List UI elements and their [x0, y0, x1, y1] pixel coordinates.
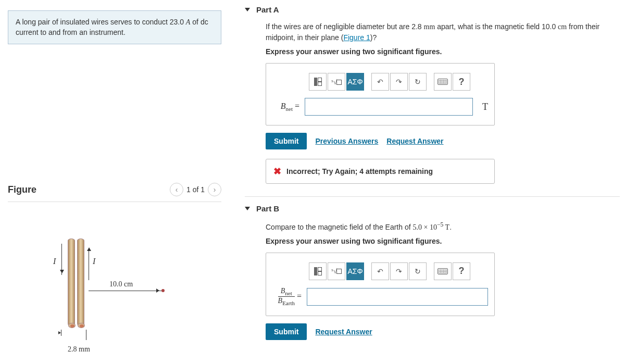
figure-prev-button[interactable]: ‹	[170, 183, 183, 196]
reset-button[interactable]: ↻	[409, 262, 427, 280]
separation-tick-right	[86, 330, 86, 340]
part-a-header[interactable]: Part A	[234, 0, 620, 18]
sqrt-button[interactable]: x√	[328, 73, 345, 91]
part-a-variable: Bnet =	[272, 102, 299, 112]
redo-button[interactable]: ↷	[390, 73, 408, 91]
figure-link[interactable]: Figure 1	[343, 33, 370, 42]
figure-nav-label: 1 of 1	[186, 185, 205, 194]
part-b-question: Compare to the magnetic field of the Ear…	[266, 220, 620, 233]
separation-tick-left	[61, 330, 61, 336]
keyboard-icon	[438, 268, 448, 274]
part-b-header[interactable]: Part B	[234, 199, 620, 217]
figure-next-button[interactable]: ›	[208, 183, 221, 196]
part-a-question: If the wires are of negligible diameter …	[266, 21, 620, 43]
greek-button[interactable]: ΑΣΦ	[346, 262, 364, 280]
current-arrow-up-icon	[89, 249, 89, 280]
caret-down-icon	[245, 8, 250, 11]
part-b-request-answer-link[interactable]: Request Answer	[315, 328, 372, 336]
undo-button[interactable]: ↶	[371, 262, 389, 280]
figure-title: Figure	[8, 184, 36, 195]
part-a-instruction: Express your answer using two significan…	[266, 47, 620, 56]
keyboard-button[interactable]	[434, 73, 452, 91]
part-a-toolbar: x√ ΑΣΦ ↶ ↷ ↻ ?	[309, 73, 488, 91]
part-a-submit-button[interactable]: Submit	[266, 133, 307, 149]
current-label-right: I	[93, 257, 95, 266]
figure-image: I I 10.0 cm 2.8 mm	[26, 212, 203, 358]
keyboard-icon	[438, 79, 448, 85]
figure-header: Figure ‹ 1 of 1 ›	[8, 180, 221, 199]
part-a-request-answer-link[interactable]: Request Answer	[386, 137, 443, 145]
distance-line	[89, 291, 161, 291]
part-b-answer-input[interactable]	[307, 288, 488, 306]
field-point-icon	[161, 289, 165, 292]
divider	[8, 202, 221, 202]
part-a-previous-answers-link[interactable]: Previous Answers	[315, 137, 378, 145]
part-b-answer-box: x√ ΑΣΦ ↶ ↷ ↻ ? Bnet BEarth =	[266, 253, 495, 317]
current-label-left: I	[53, 257, 56, 266]
problem-text-1: A long pair of insulated wires serves to…	[16, 18, 186, 26]
part-a-feedback-text: Incorrect; Try Again; 4 attempts remaini…	[286, 167, 433, 175]
caret-down-icon	[245, 207, 250, 210]
part-b-variable: Bnet BEarth =	[272, 287, 302, 307]
problem-statement: A long pair of insulated wires serves to…	[8, 10, 221, 44]
undo-button[interactable]: ↶	[371, 73, 389, 91]
current-arrow-down-icon	[61, 244, 62, 275]
help-button[interactable]: ?	[453, 73, 470, 91]
part-a-answer-input[interactable]	[305, 98, 473, 116]
part-a-title: Part A	[256, 5, 279, 14]
part-a-answer-box: x√ ΑΣΦ ↶ ↷ ↻ ? Bnet = T	[266, 63, 495, 125]
templates-button[interactable]	[309, 262, 327, 280]
greek-button[interactable]: ΑΣΦ	[346, 73, 364, 91]
keyboard-button[interactable]	[434, 262, 452, 280]
incorrect-icon: ✖	[273, 166, 281, 177]
templates-button[interactable]	[309, 73, 327, 91]
reset-button[interactable]: ↻	[409, 73, 427, 91]
help-button[interactable]: ?	[453, 262, 470, 280]
redo-button[interactable]: ↷	[390, 262, 408, 280]
part-b-toolbar: x√ ΑΣΦ ↶ ↷ ↻ ?	[309, 262, 488, 280]
part-b-submit-button[interactable]: Submit	[266, 323, 307, 340]
part-b-instruction: Express your answer using two significan…	[266, 237, 620, 245]
separation-label: 2.8 mm	[68, 345, 90, 354]
part-a-feedback: ✖ Incorrect; Try Again; 4 attempts remai…	[266, 159, 495, 184]
divider	[245, 196, 620, 197]
distance-arrow-icon	[156, 288, 161, 293]
part-a-unit: T	[482, 102, 488, 112]
part-b-title: Part B	[256, 204, 279, 213]
distance-label: 10.0 cm	[109, 280, 133, 288]
sqrt-button[interactable]: x√	[328, 262, 345, 280]
